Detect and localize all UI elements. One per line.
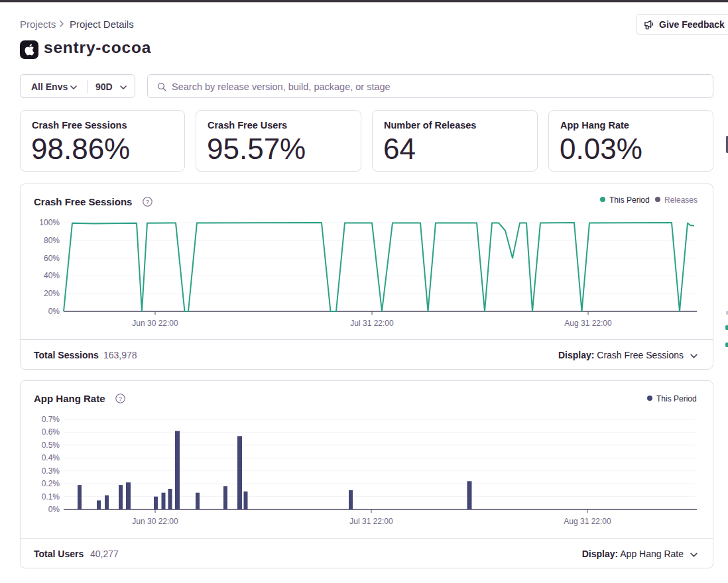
svg-text:60%: 60% (44, 254, 60, 263)
svg-text:40%: 40% (44, 271, 60, 280)
svg-text:0.5%: 0.5% (42, 441, 60, 450)
svg-text:0.3%: 0.3% (42, 466, 60, 476)
svg-text:0%: 0% (48, 505, 60, 514)
svg-text:Jun 30 22:00: Jun 30 22:00 (132, 319, 178, 328)
svg-text:Jul 31 22:00: Jul 31 22:00 (350, 319, 394, 328)
svg-text:100%: 100% (39, 218, 60, 227)
svg-text:0.2%: 0.2% (42, 479, 60, 488)
svg-text:20%: 20% (44, 289, 60, 298)
svg-text:Aug 31 22:00: Aug 31 22:00 (564, 319, 612, 328)
svg-text:Jun 30 22:00: Jun 30 22:00 (132, 517, 178, 526)
svg-text:Jul 31 22:00: Jul 31 22:00 (349, 517, 393, 526)
svg-text:0%: 0% (48, 307, 60, 316)
svg-text:0.6%: 0.6% (42, 427, 60, 437)
svg-text:0.4%: 0.4% (42, 453, 60, 462)
svg-text:80%: 80% (44, 236, 60, 245)
svg-text:0.7%: 0.7% (42, 415, 60, 424)
svg-text:Aug 31 22:00: Aug 31 22:00 (564, 517, 611, 526)
svg-text:0.1%: 0.1% (42, 492, 60, 502)
